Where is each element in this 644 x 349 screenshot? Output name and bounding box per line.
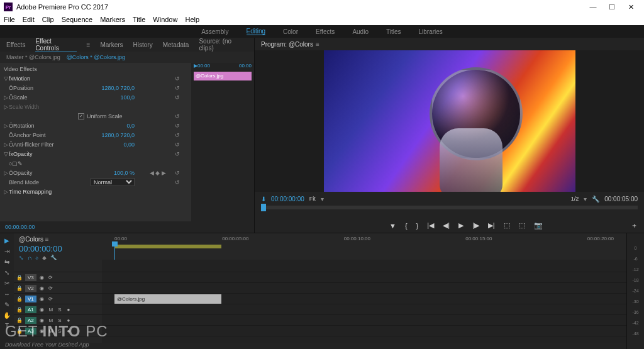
step-forward-icon[interactable]: |▶	[472, 221, 479, 230]
step-back-icon[interactable]: ◀|	[443, 221, 450, 230]
ec-fx-motion[interactable]: ▽fx Motion↺	[4, 74, 185, 83]
lift-icon[interactable]: ⬚	[504, 221, 510, 230]
track-a3[interactable]: 🔒A3◉MS●	[14, 326, 102, 336]
menu-file[interactable]: File	[4, 16, 15, 23]
lock-icon[interactable]: 🔒	[16, 275, 23, 280]
reset-icon[interactable]: ↺	[175, 132, 180, 138]
track-a2[interactable]: 🔒A2◉MS●	[14, 315, 102, 326]
set-out-icon[interactable]: }	[416, 222, 419, 230]
track-v3[interactable]: 🔒V3◉⟳	[14, 272, 102, 283]
menu-edit[interactable]: Edit	[23, 16, 35, 23]
timeline-ruler[interactable]: 00:00 00:00:05:00 00:00:10:00 00:00:15:0…	[102, 233, 626, 260]
extract-icon[interactable]: ⬚	[519, 221, 525, 230]
timeline-timecode[interactable]: 00:00:00:00	[19, 244, 97, 253]
tab-source[interactable]: Source: (no clips)	[199, 38, 248, 52]
ec-flicker[interactable]: ▷Ö Anti-flicker Filter0,00↺	[4, 140, 185, 149]
tab-markers[interactable]: Markers	[100, 42, 123, 48]
tab-effect-controls[interactable]: Effect Controls	[35, 38, 76, 52]
go-to-in-icon[interactable]: |◀	[427, 221, 434, 230]
reset-icon[interactable]: ↺	[175, 141, 180, 148]
solo-icon[interactable]: S	[57, 307, 63, 313]
workspace-color[interactable]: Color	[283, 28, 298, 35]
minimize-button[interactable]: —	[584, 3, 602, 11]
timeline-clip[interactable]: @Colors.jpg	[114, 294, 221, 304]
ripple-tool-icon[interactable]: ⇆	[4, 258, 9, 265]
tab-metadata[interactable]: Metadata	[163, 42, 189, 48]
track-select-tool-icon[interactable]: ⇥	[4, 248, 9, 255]
program-timecode[interactable]: 00:00:00:00	[271, 196, 304, 202]
ec-uniform-scale[interactable]: ✓Uniform Scale↺	[4, 111, 185, 121]
play-icon[interactable]: ▶	[458, 221, 464, 230]
reset-icon[interactable]: ↺	[175, 123, 180, 129]
razor-tool-icon[interactable]: ✂	[4, 280, 9, 287]
menu-window[interactable]: Window	[153, 16, 177, 23]
maximize-button[interactable]: ☐	[602, 3, 621, 11]
mute-icon[interactable]: M	[48, 328, 54, 334]
ec-scale[interactable]: ▷Ö Scale100,0↺	[4, 92, 185, 102]
timeline-zoom-bar[interactable]	[14, 343, 626, 349]
settings-icon[interactable]: 🔧	[592, 196, 599, 202]
panel-menu-icon[interactable]: ≡	[45, 236, 49, 243]
menu-title[interactable]: Title	[133, 16, 145, 23]
eye-icon[interactable]: ◉	[39, 296, 45, 302]
mute-icon[interactable]: M	[48, 307, 54, 313]
reset-icon[interactable]: ↺	[175, 170, 180, 176]
menu-help[interactable]: Help	[185, 16, 199, 23]
lock-icon[interactable]: 🔒	[16, 307, 23, 313]
track-v2[interactable]: 🔒V2◉⟳	[14, 283, 102, 294]
tab-effects[interactable]: Effects	[6, 42, 25, 48]
reset-icon[interactable]: ↺	[175, 179, 180, 186]
hand-tool-icon[interactable]: ✋	[3, 312, 11, 319]
program-scrubber[interactable]	[261, 206, 638, 209]
panel-menu-icon[interactable]: ≡	[316, 41, 319, 48]
rate-tool-icon[interactable]: ⤡	[4, 269, 9, 276]
lock-icon[interactable]: 🔒	[16, 318, 23, 323]
program-monitor[interactable]	[255, 50, 644, 192]
panel-menu-icon[interactable]: ≡	[87, 42, 91, 48]
workspace-audio[interactable]: Audio	[352, 28, 369, 35]
mini-clip[interactable]: @Colors.jpg	[194, 72, 252, 80]
slip-tool-icon[interactable]: ↔	[4, 291, 10, 297]
sync-lock-icon[interactable]: ⟳	[48, 275, 54, 280]
uniform-scale-checkbox[interactable]: ✓	[78, 113, 84, 119]
track-a1[interactable]: 🔒A1◉MS●	[14, 304, 102, 315]
ec-rotation[interactable]: ▷Ö Rotation0,0↺	[4, 121, 185, 130]
ec-footer-timecode[interactable]: 00:00:00:00	[5, 224, 35, 230]
pen-tool-icon[interactable]: ✎	[4, 301, 9, 308]
reset-icon[interactable]: ↺	[175, 151, 180, 157]
selection-tool-icon[interactable]: ▶	[4, 237, 9, 244]
ec-blend[interactable]: Blend ModeNormal↺	[4, 177, 185, 187]
record-icon[interactable]: ●	[65, 318, 72, 323]
eye-icon[interactable]: ◉	[39, 328, 45, 334]
menu-clip[interactable]: Clip	[42, 16, 54, 23]
eye-icon[interactable]: ◉	[39, 275, 45, 280]
workspace-effects[interactable]: Effects	[316, 28, 335, 35]
ec-opacity[interactable]: ▷Ö Opacity100,0 %◀ ◆ ▶↺	[4, 168, 185, 177]
program-tab[interactable]: Program: @Colors	[261, 41, 313, 48]
ec-mini-timeline[interactable]: ▶00:00 00:00 @Colors.jpg	[191, 63, 254, 221]
ec-anchor[interactable]: Ö Anchor Point1280,0 720,0↺	[4, 130, 185, 140]
menu-sequence[interactable]: Sequence	[62, 16, 93, 23]
mute-icon[interactable]: M	[48, 318, 54, 323]
ec-instance-link[interactable]: @Colors * @Colors.jpg	[67, 54, 125, 60]
sync-lock-icon[interactable]: ⟳	[48, 285, 54, 291]
lock-icon[interactable]: 🔒	[16, 285, 23, 291]
mask-pen-icon[interactable]: ✎	[18, 160, 23, 167]
reset-icon[interactable]: ↺	[175, 94, 180, 101]
sequence-tab[interactable]: @Colors	[19, 236, 43, 243]
go-to-out-icon[interactable]: ▶|	[488, 221, 495, 230]
type-tool-icon[interactable]: T	[5, 323, 9, 330]
record-icon[interactable]: ●	[65, 328, 72, 334]
set-in-icon[interactable]: {	[405, 222, 408, 230]
lock-icon[interactable]: 🔒	[16, 296, 23, 302]
ec-fx-opacity[interactable]: ▽fx Opacity↺	[4, 149, 185, 158]
mark-in-icon[interactable]: ▼	[389, 222, 396, 230]
workspace-editing[interactable]: Editing	[247, 28, 266, 35]
eye-icon[interactable]: ◉	[39, 307, 45, 313]
eye-icon[interactable]: ◉	[39, 285, 45, 291]
workspace-libraries[interactable]: Libraries	[418, 28, 442, 35]
add-marker-icon[interactable]: ⬇	[261, 196, 266, 202]
workspace-titles[interactable]: Titles	[386, 28, 401, 35]
workspace-assembly[interactable]: Assembly	[201, 28, 228, 35]
playhead-icon[interactable]	[261, 204, 266, 211]
